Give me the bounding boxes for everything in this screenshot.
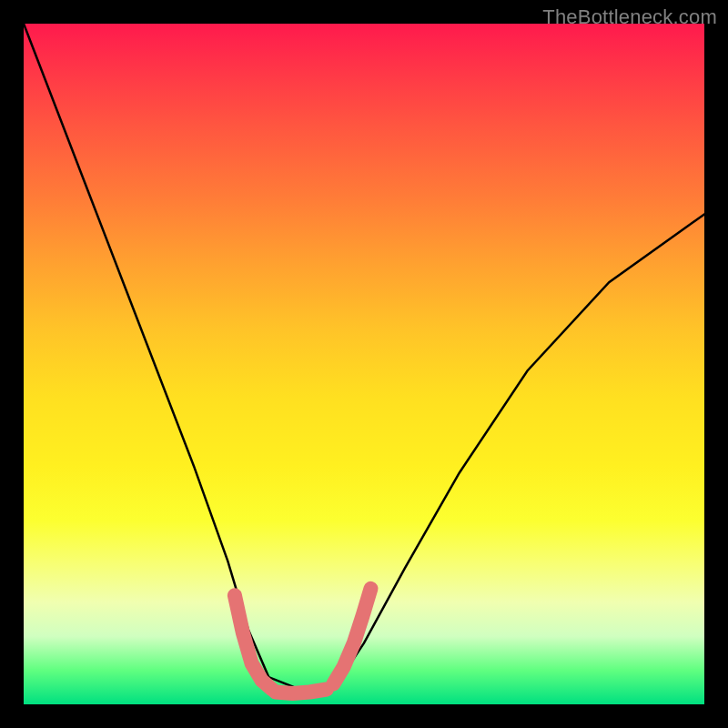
watermark-text: TheBottleneck.com xyxy=(542,5,717,29)
plot-background xyxy=(24,24,704,704)
